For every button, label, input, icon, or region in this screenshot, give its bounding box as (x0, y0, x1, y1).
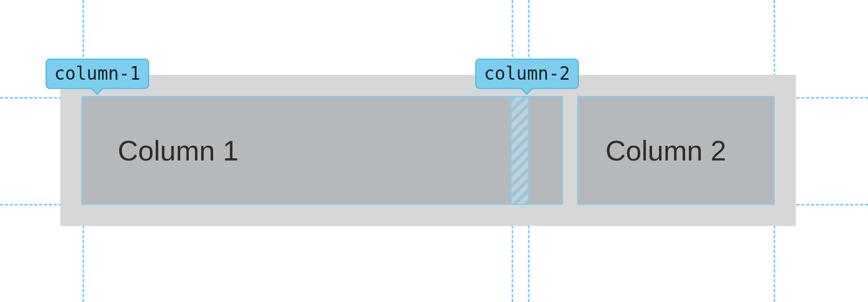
grid-container: Column 1 Column 2 (60, 75, 796, 226)
column-2-text: Column 2 (605, 134, 726, 167)
grid-column-2: Column 2 (578, 97, 774, 204)
column-1-text: Column 1 (118, 134, 239, 167)
column-1-track-label: column-1 (46, 59, 149, 89)
grid-column-1: Column 1 (82, 97, 562, 204)
column-2-track-label: column-2 (475, 59, 579, 89)
